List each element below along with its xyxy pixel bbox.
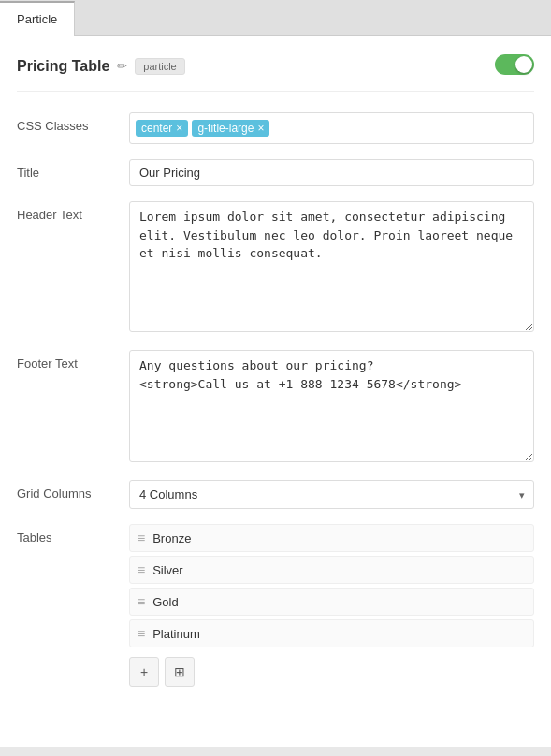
grid-view-button[interactable]: ⊞ [165,657,195,687]
grid-columns-row: Grid Columns 1 Column 2 Columns 3 Column… [17,480,534,509]
tag-g-title-large-remove[interactable]: × [257,123,264,134]
title-input[interactable] [129,159,534,186]
tab-particle[interactable]: Particle [0,1,75,36]
drag-handle-icon: ≡ [138,594,145,609]
tag-g-title-large: g-title-large × [192,120,269,137]
grid-columns-select[interactable]: 1 Column 2 Columns 3 Columns 4 Columns 5… [129,480,534,509]
header-text-label: Header Text [17,201,129,222]
tag-center: center × [136,120,188,137]
drag-handle-icon: ≡ [138,531,145,545]
grid-columns-select-wrap: 1 Column 2 Columns 3 Columns 4 Columns 5… [129,480,534,509]
footer-text-input[interactable]: Any questions about our pricing? <strong… [129,350,534,462]
title-control [129,159,534,186]
footer-text-row: Footer Text Any questions about our pric… [17,350,534,465]
particle-badge: particle [135,58,184,75]
toggle-wrap [495,54,534,78]
tag-g-title-large-label: g-title-large [197,122,254,135]
grid-icon: ⊞ [174,664,185,679]
header-text-row: Header Text Lorem ipsum dolor sit amet, … [17,201,534,335]
tag-center-label: center [141,122,172,135]
panel: Pricing Table ✏ particle CSS Classes cen… [0,36,551,747]
footer-text-control: Any questions about our pricing? <strong… [129,350,534,465]
footer-text-label: Footer Text [17,350,129,371]
table-item-bronze-label: Bronze [152,531,191,545]
tables-list: ≡ Bronze ≡ Silver ≡ Gold ≡ Platinum [129,524,534,647]
drag-handle-icon: ≡ [138,626,145,641]
grid-columns-control: 1 Column 2 Columns 3 Columns 4 Columns 5… [129,480,534,509]
css-classes-control: center × g-title-large × [129,112,534,144]
tag-center-remove[interactable]: × [176,123,182,134]
tables-row: Tables ≡ Bronze ≡ Silver ≡ Gold ≡ Platin… [17,524,534,687]
grid-columns-label: Grid Columns [17,480,129,501]
table-item-silver-label: Silver [152,563,183,577]
enabled-toggle[interactable] [495,54,534,75]
edit-icon[interactable]: ✏ [117,59,127,73]
title-label: Title [17,159,129,180]
list-item[interactable]: ≡ Platinum [129,619,534,647]
tables-control: ≡ Bronze ≡ Silver ≡ Gold ≡ Platinum + [129,524,534,687]
tables-label: Tables [17,524,129,545]
action-buttons: + ⊞ [129,657,534,687]
table-item-platinum-label: Platinum [152,627,200,641]
panel-header: Pricing Table ✏ particle [17,54,534,92]
panel-title: Pricing Table [17,58,109,75]
header-text-input[interactable]: Lorem ipsum dolor sit amet, consectetur … [129,201,534,332]
table-item-gold-label: Gold [152,595,178,609]
header-text-control: Lorem ipsum dolor sit amet, consectetur … [129,201,534,335]
drag-handle-icon: ≡ [138,562,145,577]
add-table-button[interactable]: + [129,657,159,687]
list-item[interactable]: ≡ Silver [129,556,534,584]
title-row: Title [17,159,534,186]
list-item[interactable]: ≡ Gold [129,588,534,616]
css-classes-row: CSS Classes center × g-title-large × [17,112,534,144]
tab-bar: Particle [0,0,551,36]
css-classes-label: CSS Classes [17,112,129,133]
css-classes-tag-input[interactable]: center × g-title-large × [129,112,534,144]
list-item[interactable]: ≡ Bronze [129,524,534,552]
